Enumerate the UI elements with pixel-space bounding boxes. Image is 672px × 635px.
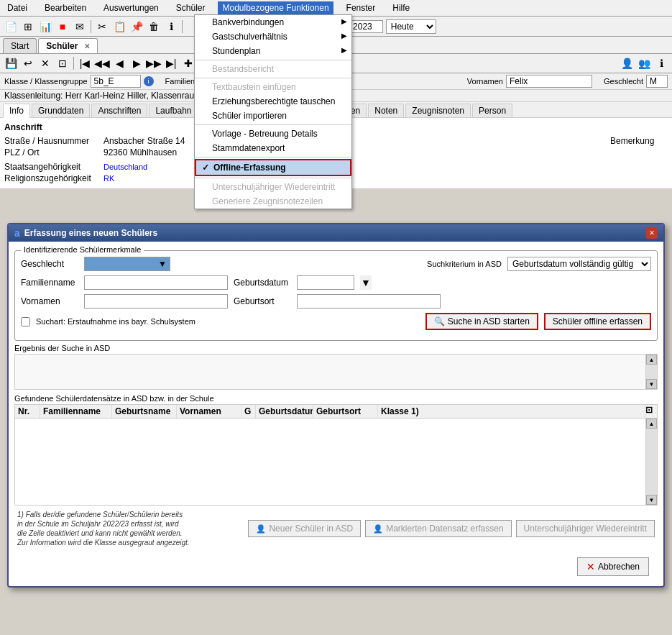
menu-modulbezogene[interactable]: Modulbezogene Funktionen [218, 1, 333, 14]
nav-back[interactable]: ◀ [111, 55, 127, 71]
subtab-info[interactable]: Info [3, 104, 30, 118]
suchart-label: Suchart: Erstaufnahme ins bayr. Schulsys… [36, 317, 195, 326]
menu-offline[interactable]: Offline-Erfassung [195, 159, 351, 176]
toolbar-chart[interactable]: 📊 [37, 19, 53, 35]
toolbar-new[interactable]: 📄 [3, 19, 19, 35]
geburtsort-input[interactable] [297, 294, 441, 309]
tab-close-icon[interactable]: ✕ [84, 42, 90, 50]
menu-bankverbindungen[interactable]: Bankverbindungen [195, 15, 351, 29]
col-settings-icon[interactable]: ⊡ [645, 405, 657, 418]
neuer-icon: 👤 [256, 524, 266, 534]
tab-schueler[interactable]: Schüler ✕ [38, 38, 98, 53]
scroll-down-btn[interactable]: ▼ [646, 379, 657, 389]
geschlecht-dlg-label: Geschlecht [21, 259, 78, 269]
toolbar-info2[interactable]: ℹ [653, 55, 669, 71]
vornamen-dlg-input[interactable] [84, 294, 228, 309]
today-select[interactable]: Heute [386, 19, 436, 34]
nav-last[interactable]: ▶| [163, 55, 179, 71]
religion-value[interactable]: RK [103, 174, 114, 183]
geburtsdatum-input[interactable] [297, 275, 354, 290]
ergebnis-section: Ergebnis der Suche in ASD ▲ ▼ [14, 344, 658, 390]
suchkriterium-label: Suchkriterium in ASD [427, 260, 502, 268]
toolbar-info[interactable]: ℹ [163, 19, 179, 35]
gefundene-table: Nr. Familienname Geburtsname Vornamen G … [14, 404, 658, 506]
menu-hilfe[interactable]: Hilfe [388, 1, 414, 14]
nav-ffwd[interactable]: ▶▶ [146, 55, 162, 71]
dialog-title: a Erfassung eines neuen Schülers [14, 227, 157, 239]
abbrechen-button[interactable]: ✕ Abbrechen [577, 557, 649, 576]
bemerkung-label: Bemerkung [610, 136, 668, 146]
suchkriterium-select[interactable]: Geburtsdatum vollständig gültig [507, 257, 651, 271]
col-geburtsname: Geburtsname [112, 405, 177, 418]
klasse-input[interactable] [91, 75, 141, 88]
geburtsdatum-picker[interactable]: ▼ [360, 275, 372, 290]
nav-prev[interactable]: ◀◀ [94, 55, 110, 71]
menu-auswertungen[interactable]: Auswertungen [99, 1, 163, 14]
subtab-anschriften[interactable]: Anschriften [91, 104, 147, 117]
nav-first[interactable]: |◀ [77, 55, 93, 71]
menu-unterschul: Unterschuljähriger Wiedereintritt [195, 180, 351, 194]
menu-stundenplan[interactable]: Stundenplan [195, 44, 351, 58]
geschlecht-arrow[interactable]: ▼ [158, 259, 167, 269]
unterschul-btn[interactable]: Unterschuljähriger Wiedereintritt [516, 520, 655, 537]
toolbar-group[interactable]: 👥 [636, 55, 652, 71]
suchart-checkbox[interactable] [21, 317, 30, 326]
nav-delete[interactable]: ✕ [37, 55, 53, 71]
menu-stammdaten[interactable]: Stammdatenexport [195, 141, 351, 155]
menu-datei[interactable]: Datei [3, 1, 32, 14]
toolbar-copy[interactable]: 📋 [111, 19, 127, 35]
table-scrollbar: ▲ ▼ [645, 419, 657, 505]
bottom-section: 1) Falls der/die gefundene Schüler/Schül… [14, 506, 658, 552]
dialog-close-button[interactable]: × [646, 227, 658, 239]
dialog-body: Identifizierende Schülermerkmale Geschle… [9, 242, 663, 586]
vornamen-dlg-row: Vornamen Geburtsort [21, 294, 651, 309]
geschlecht-dropdown[interactable]: ▼ [84, 257, 170, 271]
col-vornamen: Vornamen [177, 405, 241, 418]
menu-vorlage[interactable]: Vorlage - Betreuung Details [195, 127, 351, 141]
familienname-dlg-label: Familienname [21, 278, 78, 288]
offline-btn[interactable]: Schüler offline erfassen [544, 313, 651, 330]
nav-table[interactable]: ⊡ [55, 55, 70, 71]
scroll-up-btn[interactable]: ▲ [646, 355, 657, 365]
toolbar-red[interactable]: ■ [55, 19, 70, 35]
table-header: Nr. Familienname Geburtsname Vornamen G … [15, 405, 657, 419]
subtab-person[interactable]: Person [472, 104, 512, 117]
erfassung-dialog: a Erfassung eines neuen Schülers × Ident… [7, 223, 665, 588]
menu-schueler[interactable]: Schüler [172, 1, 210, 14]
toolbar-cut[interactable]: ✂ [94, 19, 110, 35]
table-scroll-up[interactable]: ▲ [646, 419, 657, 429]
subtab-grunddaten[interactable]: Grunddaten [32, 104, 90, 117]
table-scroll-down[interactable]: ▼ [646, 495, 657, 505]
nav-fwd[interactable]: ▶ [129, 55, 144, 71]
nav-undo[interactable]: ↩ [20, 55, 36, 71]
toolbar-msg[interactable]: ✉ [72, 19, 88, 35]
geschlecht-row: Geschlecht ▼ Suchkriterium in ASD Geburt… [21, 257, 651, 271]
search-asd-button[interactable]: 🔍 Suche in ASD starten [425, 313, 538, 330]
staatsang-value[interactable]: Deutschland [103, 163, 147, 171]
subtab-laufbahn[interactable]: Laufbahn [149, 104, 198, 117]
menu-fenster[interactable]: Fenster [342, 1, 380, 14]
tab-start[interactable]: Start [3, 38, 37, 53]
nav-save[interactable]: 💾 [3, 55, 19, 71]
religion-label: Religionszugehörigkeit [4, 173, 98, 183]
plz-label: PLZ / Ort [4, 147, 98, 157]
familienname-dlg-input[interactable] [84, 275, 228, 290]
vorname-input[interactable] [506, 75, 592, 88]
subtab-zeugnisnoten[interactable]: Zeugnisnoten [405, 104, 471, 117]
toolbar-paste[interactable]: 📌 [129, 19, 144, 35]
menu-schueler-import[interactable]: Schüler importieren [195, 109, 351, 123]
menu-bearbeiten[interactable]: Bearbeiten [40, 1, 91, 14]
toolbar-delete[interactable]: 🗑 [146, 19, 162, 35]
subtab-noten[interactable]: Noten [368, 104, 404, 117]
strasse-label: Straße / Hausnummer [4, 136, 98, 146]
markieren-btn[interactable]: 👤 Markierten Datensatz erfassen [365, 520, 511, 537]
plz-value: 92360 Mühlhausen [103, 147, 177, 157]
toolbar-grid[interactable]: ⊞ [20, 19, 36, 35]
neuer-schueler-btn[interactable]: 👤 Neuer Schüler in ASD [248, 520, 361, 537]
geschlecht-input[interactable] [646, 75, 668, 88]
menu-erziehung[interactable]: Erziehungsberechtigte tauschen [195, 94, 351, 109]
menu-gastschul[interactable]: Gastschulverhältnis [195, 29, 351, 44]
geburtsdatum-label: Geburtsdatum [234, 278, 291, 288]
klasse-info-icon[interactable]: i [144, 76, 154, 86]
toolbar-photo[interactable]: 👤 [619, 55, 635, 71]
